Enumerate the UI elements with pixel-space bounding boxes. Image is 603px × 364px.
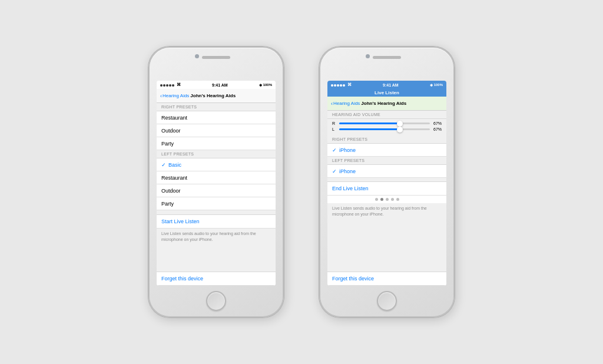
dot-5 (396, 198, 399, 201)
phone-2-screen: ⌘ 9:41 AM ✱ 100% Live Listen ‹ Hearing A… (327, 81, 446, 286)
basic-label-l1: Basic (168, 162, 181, 168)
scene: ⌘ 9:41 AM ✱ 100% ‹ Hearing Aids John's H… (148, 47, 455, 317)
battery-2: 100% (434, 83, 443, 87)
slider-track-r[interactable] (339, 123, 430, 124)
bluetooth-icon-2: ✱ (430, 83, 433, 87)
list-item-iphone-l2[interactable]: ✓ iPhone (327, 165, 446, 178)
bottom-spacer-1 (157, 268, 276, 272)
outdoor-label-r1: Outdoor (161, 128, 181, 134)
check-icon-r2: ✓ (332, 147, 337, 153)
list-item-outdoor-r1[interactable]: Outdoor (157, 124, 276, 137)
back-chevron-1: ‹ (160, 93, 162, 99)
wifi-icon-1: ⌘ (177, 82, 181, 87)
phone-2: ⌘ 9:41 AM ✱ 100% Live Listen ‹ Hearing A… (319, 47, 455, 317)
list-item-party-l1[interactable]: Party (157, 197, 276, 210)
status-right-2: ✱ 100% (430, 83, 443, 87)
camera-dot-2 (366, 54, 370, 58)
phone-1-top (150, 48, 283, 81)
outdoor-label-l1: Outdoor (161, 188, 181, 194)
phone-2-top (320, 48, 453, 81)
nav-title-2: John's Hearing Aids (361, 101, 406, 106)
nav-bar-2: ‹ Hearing Aids John's Hearing Aids (327, 97, 446, 111)
iphone-label-l2: iPhone (339, 168, 356, 174)
wifi-icon-2: ⌘ (347, 82, 352, 87)
dot-2 (380, 198, 383, 201)
back-label-1: Hearing Aids (163, 93, 189, 98)
live-listen-title: Live Listen (327, 89, 446, 97)
slider-thumb-r (397, 121, 403, 127)
volume-header-2: HEARING AID VOLUME (327, 111, 446, 119)
battery-1: 100% (263, 83, 272, 87)
list-item-basic-l1[interactable]: ✓ Basic (157, 158, 276, 171)
back-button-2[interactable]: ‹ Hearing Aids (331, 101, 360, 107)
signal-dots-1 (160, 83, 175, 87)
spacer-fill-1 (157, 245, 276, 268)
dot-1 (375, 198, 378, 201)
live-listen-desc-2: Live Listen sends audio to your hearing … (327, 203, 446, 220)
list-item-outdoor-l1[interactable]: Outdoor (157, 184, 276, 197)
left-presets-header-1: LEFT PRESETS (157, 150, 276, 158)
forget-device-label-2: Forget this device (332, 276, 374, 282)
speaker-1 (202, 56, 230, 59)
forget-device-btn-2[interactable]: Forget this device (327, 272, 446, 286)
end-live-listen-label: End Live Listen (332, 186, 369, 191)
status-bar-1: ⌘ 9:41 AM ✱ 100% (157, 81, 276, 89)
camera-dot-1 (195, 54, 199, 58)
list-item-party-r1[interactable]: Party (157, 137, 276, 150)
party-label-l1: Party (161, 201, 174, 207)
volume-row-l: L 67% (332, 127, 442, 131)
status-time-1: 9:41 AM (212, 83, 228, 87)
speaker-2 (373, 56, 401, 59)
phone-1-screen: ⌘ 9:41 AM ✱ 100% ‹ Hearing Aids John's H… (157, 81, 276, 286)
list-item-iphone-r2[interactable]: ✓ iPhone (327, 144, 446, 157)
status-left-2: ⌘ (331, 82, 352, 87)
right-presets-header-2: RIGHT PRESETS (327, 135, 446, 144)
check-icon-1: ✓ (161, 162, 166, 168)
home-button-1[interactable] (206, 291, 226, 311)
spacer-2 (327, 178, 446, 182)
status-left-1: ⌘ (160, 82, 181, 87)
page-dots-2 (327, 196, 446, 203)
nav-bar-1: ‹ Hearing Aids John's Hearing Aids (157, 89, 276, 103)
start-live-listen-btn[interactable]: Start Live Listen (157, 215, 276, 229)
dot-3 (386, 198, 389, 201)
home-button-2[interactable] (377, 291, 397, 311)
volume-pct-l: 67% (432, 127, 442, 131)
volume-label-l: L (332, 127, 337, 131)
volume-row-r: R 67% (332, 121, 442, 125)
status-right-1: ✱ 100% (259, 83, 272, 87)
forget-device-btn-1[interactable]: Forget this device (157, 272, 276, 286)
slider-fill-l (339, 128, 400, 130)
party-label-r1: Party (161, 141, 174, 147)
check-icon-l2: ✓ (332, 168, 337, 174)
right-presets-header-1: RIGHT PRESETS (157, 103, 276, 111)
back-button-1[interactable]: ‹ Hearing Aids (160, 93, 189, 99)
slider-track-l[interactable] (339, 128, 430, 130)
start-live-listen-label: Start Live Listen (161, 219, 200, 224)
slider-fill-r (339, 123, 400, 124)
end-live-listen-btn[interactable]: End Live Listen (327, 182, 446, 196)
back-label-2: Hearing Aids (333, 101, 360, 106)
iphone-label-r2: iPhone (339, 147, 356, 153)
nav-title-1: John's Hearing Aids (190, 93, 236, 98)
status-bar-2: ⌘ 9:41 AM ✱ 100% (327, 81, 446, 89)
bottom-spacer-2 (327, 268, 446, 272)
signal-dots-2 (331, 83, 346, 87)
volume-section: R 67% L 67% (327, 119, 446, 135)
spacer-1 (157, 210, 276, 215)
restaurant-label-r1: Restaurant (161, 115, 187, 121)
phone-1-bottom (150, 286, 283, 316)
spacer-fill-2 (327, 220, 446, 268)
forget-device-label-1: Forget this device (161, 276, 203, 282)
restaurant-label-l1: Restaurant (161, 175, 187, 181)
slider-thumb-l (397, 127, 403, 133)
live-listen-desc-1: Live Listen sends audio to your hearing … (157, 229, 276, 245)
phone-2-bottom (320, 286, 453, 316)
back-chevron-2: ‹ (331, 101, 333, 107)
status-time-2: 9:41 AM (383, 83, 399, 87)
list-item-restaurant-r1[interactable]: Restaurant (157, 111, 276, 124)
dot-4 (391, 198, 394, 201)
list-item-restaurant-l1[interactable]: Restaurant (157, 171, 276, 184)
left-presets-header-2: LEFT PRESETS (327, 157, 446, 165)
volume-label-r: R (332, 121, 337, 125)
